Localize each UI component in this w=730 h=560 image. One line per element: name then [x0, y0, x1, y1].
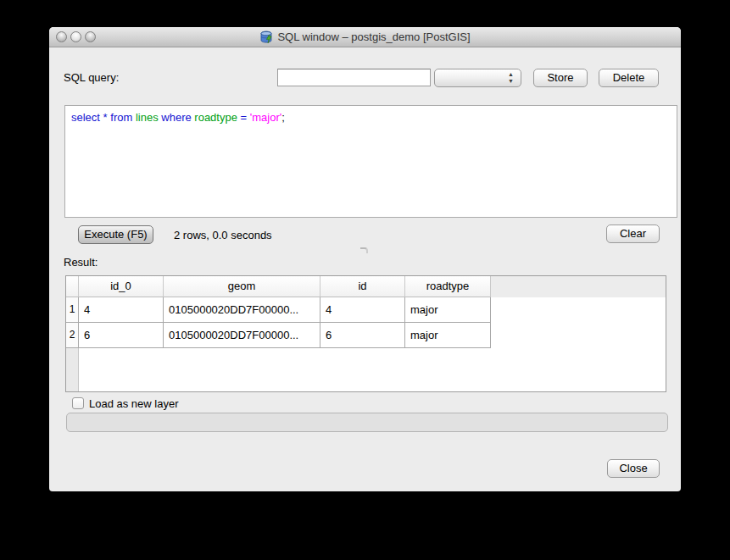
execute-button[interactable]: Execute (F5) [78, 225, 153, 244]
column-header-roadtype[interactable]: roadtype [405, 276, 491, 297]
table-cell-id_0[interactable]: 4 [79, 297, 164, 323]
sql-token-identifier: lines [136, 111, 159, 124]
table-cell-geom[interactable]: 0105000020DD7F00000... [164, 323, 320, 348]
result-label: Result: [64, 256, 98, 269]
delete-button[interactable]: Delete [599, 69, 659, 87]
sql-token-identifier: roadtype [194, 111, 237, 124]
column-header-geom[interactable]: geom [164, 276, 320, 297]
query-status-text: 2 rows, 0.0 seconds [174, 229, 272, 241]
layer-name-field-disabled [66, 413, 668, 432]
load-as-new-layer-checkbox[interactable] [72, 397, 84, 409]
column-header-id[interactable]: id [320, 276, 405, 297]
clear-button[interactable]: Clear [606, 225, 660, 243]
table-cell-id_0[interactable]: 6 [79, 323, 164, 348]
sql-token-keyword: = [241, 111, 248, 124]
query-name-input[interactable] [277, 69, 431, 86]
store-button[interactable]: Store [533, 69, 588, 87]
row-number-cell[interactable]: 1 [66, 297, 79, 323]
table-row: 260105000020DD7F00000...6major [66, 323, 666, 348]
window-title: SQL window – postgis_demo [PostGIS] [277, 30, 470, 43]
table-header-row: id_0 geom id roadtype [66, 276, 666, 297]
title-bar[interactable]: SQL window – postgis_demo [PostGIS] [49, 27, 681, 47]
stepper-arrows-icon: ▲▼ [508, 71, 514, 85]
table-cell-roadtype[interactable]: major [405, 297, 491, 323]
table-cell-roadtype[interactable]: major [405, 323, 491, 348]
splitter-handle[interactable] [360, 247, 368, 253]
title-area: SQL window – postgis_demo [PostGIS] [49, 27, 681, 47]
sql-token-string: 'major' [250, 111, 281, 124]
sql-token-keyword: select [71, 111, 100, 124]
table-cell-geom[interactable]: 0105000020DD7F00000... [164, 297, 320, 323]
sql-token-keyword: from [110, 111, 132, 124]
sql-token-keyword: where [161, 111, 191, 124]
row-header-strip [66, 348, 79, 391]
table-row: 140105000020DD7F00000...4major [66, 297, 666, 323]
close-button[interactable]: Close [607, 459, 660, 478]
table-cell-id[interactable]: 6 [320, 323, 405, 348]
row-number-cell[interactable]: 2 [66, 323, 79, 348]
sql-window: SQL window – postgis_demo [PostGIS] SQL … [49, 27, 681, 491]
column-header-id_0[interactable]: id_0 [79, 276, 164, 297]
corner-header-cell [66, 276, 79, 297]
sql-token-plain: ; [281, 111, 285, 124]
table-cell-id[interactable]: 4 [320, 297, 405, 323]
sql-query-label: SQL query: [64, 71, 119, 84]
postgis-database-icon [259, 30, 273, 44]
sql-editor[interactable]: select * from lines where roadtype = 'ma… [64, 105, 677, 218]
load-as-new-layer-label: Load as new layer [89, 397, 179, 410]
sql-token-keyword: * [103, 111, 108, 124]
result-table: id_0 geom id roadtype 140105000020DD7F00… [65, 275, 666, 392]
sql-statement: select * from lines where roadtype = 'ma… [71, 111, 671, 124]
saved-query-select[interactable]: ▲▼ [434, 69, 521, 87]
